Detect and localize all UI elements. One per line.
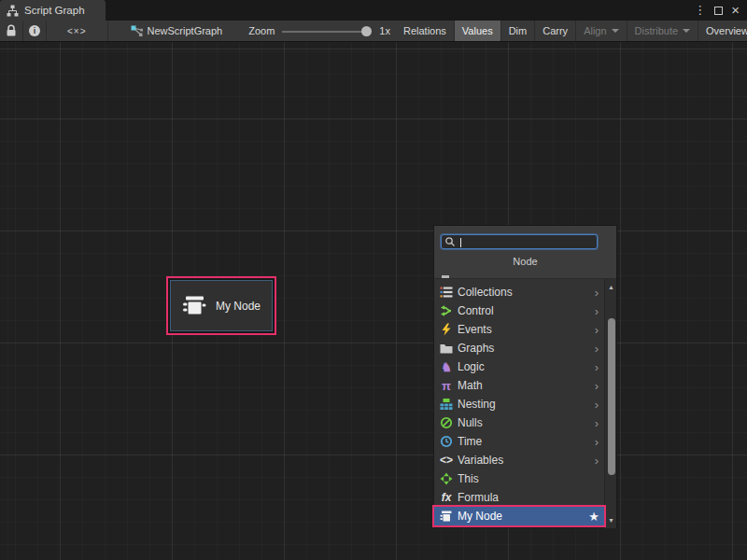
list-item-graphs[interactable]: Graphs › [434,339,604,357]
window-controls: ⋮ × [694,0,747,21]
maximize-icon[interactable] [714,7,723,15]
info-icon: i [29,25,40,36]
search-field[interactable] [441,234,598,249]
chevron-right-icon: › [595,398,604,412]
favorite-star-icon[interactable]: ★ [588,510,604,524]
align-button[interactable]: Align [576,21,627,41]
dim-button[interactable]: Dim [501,21,536,41]
list-item-nulls[interactable]: Nulls › [434,413,604,432]
node-icon [439,510,454,523]
toolbar-right-buttons: Relations Values Dim Carry Align Distrib… [396,21,747,41]
list-item-label: Variables [458,454,591,467]
graph-name-label: NewScriptGraph [148,25,223,36]
list-item-label: Graphs [458,342,591,355]
chevron-right-icon: › [595,379,604,393]
nulls-icon [439,416,454,429]
overview-button[interactable]: Overview [698,21,747,41]
list-item-label: Math [458,379,591,392]
text-caret [460,238,461,247]
chevron-right-icon: › [595,304,604,318]
list-item-logic[interactable]: ♞ Logic › [434,357,604,376]
graph-hierarchy-icon [7,5,19,17]
scroll-down-icon[interactable]: ▼ [605,514,617,526]
list-item-label: Nulls [458,416,591,429]
code-toggle-icon: <×> [54,26,100,36]
toolbar: i <×> NewScriptGraph Zoom 1x Relations V… [0,21,747,42]
search-input[interactable] [456,236,597,247]
align-label: Align [584,25,606,36]
time-clock-icon [439,435,454,448]
list-item-time[interactable]: Time › [434,432,604,451]
list-item-label: Formula [458,491,604,504]
script-graph-asset-icon [131,25,143,37]
fuzzy-finder-popup: Node [433,225,617,528]
variables-icon: <> [439,454,454,467]
values-button[interactable]: Values [455,21,501,41]
this-icon [439,472,454,485]
info-button[interactable]: i [23,21,47,41]
list-item-my-node[interactable]: My Node ★ [434,507,604,525]
list-item-label: This [458,472,604,485]
list-item-nesting[interactable]: Nesting › [434,395,604,413]
chevron-right-icon: › [595,454,604,468]
lock-button[interactable] [0,21,23,41]
chevron-right-icon: › [595,323,604,337]
node-body: My Node [170,280,273,331]
unit-node-icon [182,294,207,317]
zoom-slider-track [282,31,372,33]
list-item-math[interactable]: π Math › [434,376,604,395]
list-item-label: Events [458,323,591,336]
zoom-control: Zoom 1x [243,21,396,41]
search-icon [444,236,456,247]
relations-button[interactable]: Relations [396,21,455,41]
popup-header: Node [434,226,616,279]
chevron-right-icon: › [595,360,604,374]
control-icon [439,304,454,317]
logic-knight-icon: ♞ [439,360,454,373]
list-item-label: My Node [458,510,585,523]
option-rows: Collections › Control › [434,279,604,525]
chevron-right-icon: › [595,435,604,449]
partial-item-sliver [442,275,449,278]
list-item-label: Time [458,435,591,448]
list-item-label: Logic [458,360,591,373]
tab-script-graph[interactable]: Script Graph [0,0,106,21]
nesting-icon [439,398,454,411]
graph-name-group[interactable]: NewScriptGraph [121,21,233,41]
code-toggle-button[interactable]: <×> [47,21,108,41]
graphs-folder-icon [439,342,454,355]
tab-bar: Script Graph ⋮ × [0,0,747,21]
scrollbar-thumb[interactable] [608,318,615,475]
chevron-right-icon: › [595,416,604,430]
list-item-label: Control [458,304,591,317]
graph-canvas[interactable]: My Node Node [0,42,747,560]
chevron-down-icon [612,29,619,33]
chevron-right-icon: › [595,342,604,356]
node-title: My Node [216,300,261,313]
list-item-control[interactable]: Control › [434,301,604,320]
math-pi-icon: π [439,379,454,392]
tab-title: Script Graph [24,5,85,16]
close-icon[interactable]: × [731,0,740,21]
node-my-node[interactable]: My Node [166,276,276,335]
lock-icon [6,24,17,37]
list-item-variables[interactable]: <> Variables › [434,451,604,469]
chevron-down-icon [683,29,690,33]
zoom-value: 1x [379,25,390,36]
zoom-slider-handle[interactable] [361,26,372,36]
list-item-collections[interactable]: Collections › [434,283,604,301]
list-item-label: Collections [458,286,591,299]
zoom-label: Zoom [248,25,275,36]
scroll-up-icon[interactable]: ▲ [605,281,617,293]
events-icon [439,323,454,336]
popup-scrollbar[interactable]: ▲ ▼ [604,279,616,528]
list-item-formula[interactable]: fx Formula [434,488,604,507]
distribute-button[interactable]: Distribute [627,21,698,41]
more-menu-icon[interactable]: ⋮ [694,0,706,21]
list-item-this[interactable]: This [434,469,604,488]
option-list: Collections › Control › [434,279,616,528]
collections-icon [439,286,454,299]
carry-button[interactable]: Carry [535,21,576,41]
list-item-events[interactable]: Events › [434,320,604,339]
zoom-slider[interactable] [282,21,372,42]
